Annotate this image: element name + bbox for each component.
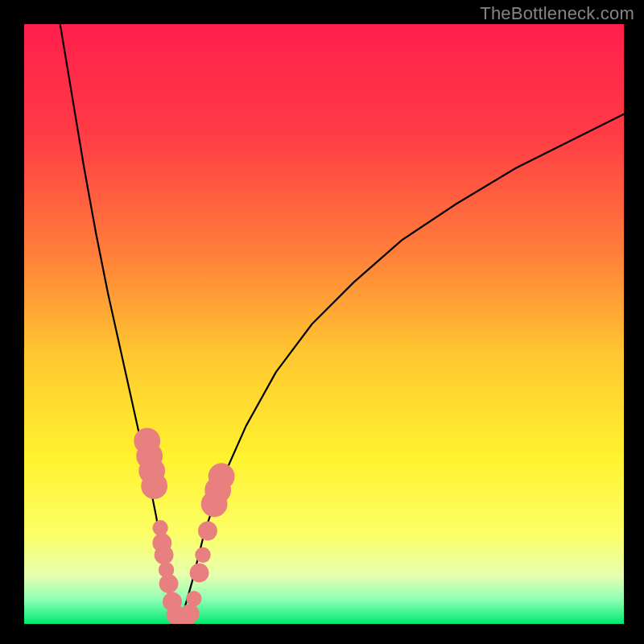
bottleneck-chart — [24, 24, 624, 624]
chart-stage: TheBottleneck.com — [0, 0, 644, 644]
data-marker — [208, 463, 235, 489]
data-marker — [198, 522, 217, 541]
data-marker — [180, 604, 200, 623]
data-marker — [141, 473, 167, 499]
data-marker — [159, 574, 179, 593]
data-marker — [152, 520, 167, 535]
data-marker — [155, 545, 174, 564]
data-marker — [186, 591, 201, 606]
data-marker — [195, 547, 210, 563]
watermark-text: TheBottleneck.com — [480, 3, 634, 24]
data-marker — [190, 564, 209, 583]
